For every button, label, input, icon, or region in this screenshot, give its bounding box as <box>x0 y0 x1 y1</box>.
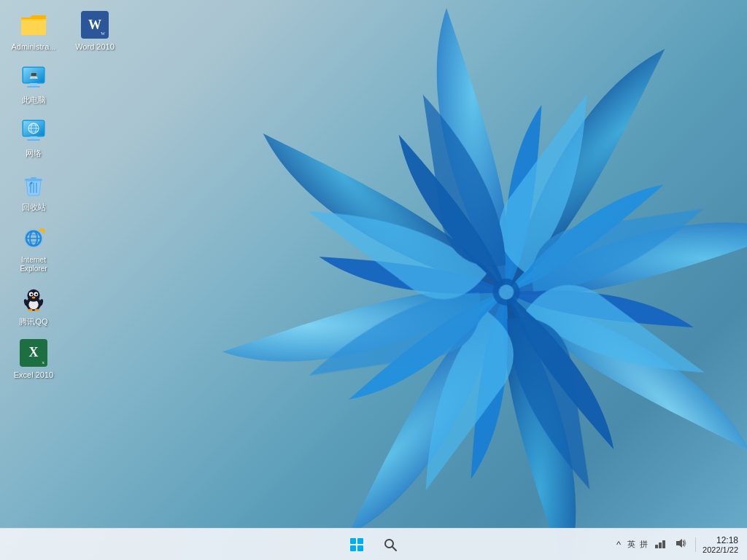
svg-marker-50 <box>676 539 682 548</box>
internet-explorer-icon[interactable]: Internet Explorer <box>7 221 60 276</box>
ie-image <box>19 224 48 253</box>
svg-rect-43 <box>350 545 356 551</box>
network-icon[interactable]: 网络 <box>7 114 60 161</box>
clock-time: 12:18 <box>703 535 738 545</box>
excel-image: X x <box>19 338 48 368</box>
desktop: Administra... W w Word 2010 <box>0 0 747 560</box>
notification-chevron[interactable]: ^ <box>614 537 623 551</box>
clock-date: 2022/1/22 <box>703 545 738 554</box>
excel-2010-label: Excel 2010 <box>14 370 53 380</box>
svg-point-35 <box>35 293 37 295</box>
recycle-bin-label: 回收站 <box>22 203 46 212</box>
svg-point-31 <box>27 289 39 302</box>
svg-rect-47 <box>655 545 658 548</box>
svg-point-34 <box>31 293 33 295</box>
svg-rect-42 <box>357 538 363 544</box>
ie-label: Internet Explorer <box>10 256 57 273</box>
start-button[interactable] <box>342 530 371 559</box>
svg-rect-41 <box>350 538 356 544</box>
lang-cn[interactable]: 拼 <box>640 539 648 550</box>
recycle-bin-image <box>19 171 48 200</box>
taskbar: ^ 英 拼 <box>0 528 747 560</box>
icon-row-top: Administra... W w Word 2010 <box>7 7 121 55</box>
this-pc-image: 💻 <box>19 63 48 93</box>
svg-point-36 <box>32 296 36 298</box>
svg-point-1 <box>499 284 514 300</box>
svg-point-38 <box>34 309 39 311</box>
folder-image <box>19 10 48 39</box>
svg-rect-19 <box>31 177 36 179</box>
svg-rect-44 <box>357 545 363 551</box>
this-pc-label: 此电脑 <box>22 96 46 105</box>
wallpaper-flower <box>207 0 747 560</box>
word-2010-label: Word 2010 <box>75 42 115 52</box>
svg-rect-12 <box>27 139 40 141</box>
qq-label: 腾讯QQ <box>19 317 47 327</box>
taskbar-center <box>342 530 405 559</box>
desktop-icons: Administra... W w Word 2010 <box>7 7 121 383</box>
network-tray-icon[interactable] <box>652 536 668 553</box>
network-image <box>19 117 48 146</box>
svg-rect-48 <box>659 542 662 548</box>
tray-separator <box>695 537 696 552</box>
svg-line-46 <box>392 547 396 551</box>
search-button[interactable] <box>376 530 405 559</box>
svg-rect-5 <box>30 83 37 86</box>
qq-image <box>19 285 48 314</box>
svg-rect-11 <box>30 136 37 139</box>
svg-text:💻: 💻 <box>29 70 39 79</box>
taskbar-right: ^ 英 拼 <box>601 535 747 554</box>
excel-2010-icon[interactable]: X x Excel 2010 <box>7 335 60 383</box>
this-pc-icon[interactable]: 💻 此电脑 <box>7 61 60 108</box>
svg-rect-49 <box>662 540 665 548</box>
administrator-folder-icon[interactable]: Administra... <box>7 7 60 55</box>
volume-tray-icon[interactable] <box>673 536 689 553</box>
recycle-bin-icon[interactable]: 回收站 <box>7 168 60 215</box>
network-label: 网络 <box>26 149 42 158</box>
svg-rect-6 <box>27 86 40 88</box>
system-clock[interactable]: 12:18 2022/1/22 <box>703 535 738 554</box>
word-image: W w <box>80 10 109 39</box>
word-2010-icon[interactable]: W w Word 2010 <box>69 7 121 55</box>
svg-point-37 <box>28 309 33 311</box>
lang-en[interactable]: 英 <box>627 539 635 550</box>
administrator-folder-label: Administra... <box>11 42 55 52</box>
tencent-qq-icon[interactable]: 腾讯QQ <box>7 282 60 330</box>
